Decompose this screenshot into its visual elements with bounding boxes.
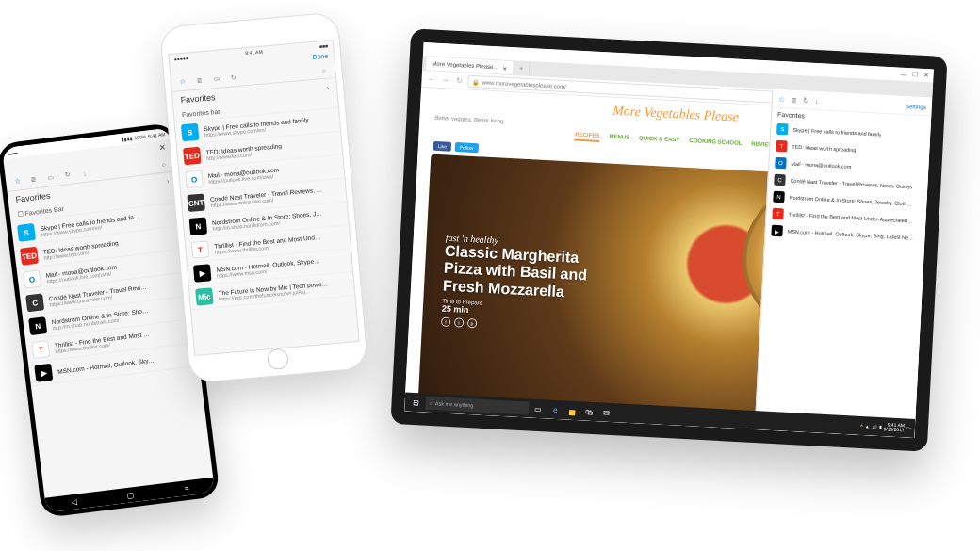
- favorite-favicon: N: [189, 217, 208, 235]
- cortana-icon: ○: [429, 400, 433, 406]
- home-button[interactable]: ▢: [126, 491, 135, 500]
- favorites-flyout: ☆ ≣ ↻ ↓ Settings Favorites SSkype | Free…: [755, 91, 933, 438]
- battery-icon: ■■■: [319, 42, 329, 49]
- flyout-favorites-list: SSkype | Free calls to friends and famil…: [765, 121, 930, 248]
- favorite-favicon: TED: [20, 247, 39, 266]
- back-button[interactable]: ◁: [71, 497, 77, 507]
- favorite-favicon: O: [185, 170, 204, 189]
- nav-menus[interactable]: MENUS: [609, 134, 629, 144]
- status-left: ▬▬: [8, 149, 18, 155]
- facebook-icon[interactable]: f: [441, 317, 451, 328]
- carrier-dots: ●●●●●: [174, 55, 189, 61]
- reading-list-icon[interactable]: ≣: [791, 96, 797, 105]
- done-button[interactable]: Done: [312, 53, 328, 60]
- search-icon[interactable]: ⌕: [318, 63, 330, 75]
- favorites-tab-icon[interactable]: ☆: [11, 175, 24, 187]
- close-button[interactable]: ✕: [923, 72, 929, 79]
- store-button[interactable]: 🛍: [581, 403, 597, 419]
- iphone-frame: ●●●●● 9:41 AM ■■■ Done ☆ ≣ ▭ ↻ ⌕ Favorit…: [159, 11, 368, 383]
- reload-button[interactable]: ↻: [453, 76, 465, 86]
- favorite-title: Mail - mona@outlook.com: [791, 161, 851, 170]
- favorite-title: Nordstrom Online & In Store: Shoes, Jewe…: [789, 195, 912, 207]
- favorite-favicon: S: [17, 223, 36, 242]
- favorite-favicon: T: [772, 208, 784, 220]
- favorite-favicon: ▶: [193, 264, 212, 283]
- tray-chevron-icon[interactable]: ^: [860, 423, 863, 429]
- iphone-screen: ●●●●● 9:41 AM ■■■ Done ☆ ≣ ▭ ↻ ⌕ Favorit…: [168, 40, 359, 356]
- url-text: www.morevegetablesplease.com/: [482, 79, 566, 89]
- favorite-favicon: T: [776, 140, 788, 153]
- favorite-title: Condé Nast Traveler - Travel Reviews, Ne…: [790, 178, 912, 190]
- history-icon[interactable]: ↻: [803, 96, 809, 105]
- follow-button[interactable]: Follow: [455, 142, 479, 153]
- nav-quick[interactable]: QUICK & EASY: [639, 135, 680, 146]
- new-tab-button[interactable]: +: [514, 61, 530, 75]
- favorite-favicon: TED: [183, 147, 202, 166]
- maximize-button[interactable]: ☐: [912, 71, 918, 78]
- favorite-favicon: ▶: [771, 225, 783, 237]
- favorite-title: Thrillist - Find the Best and Most Under…: [788, 212, 912, 224]
- favorite-favicon: CNT: [187, 194, 205, 213]
- start-button[interactable]: ⊞: [408, 395, 424, 411]
- favorites-header-label: Favorites: [15, 191, 51, 204]
- battery-icon[interactable]: ▮: [879, 424, 882, 429]
- mail-button[interactable]: ✉: [598, 404, 614, 420]
- lock-icon: 🔒: [472, 78, 479, 85]
- chevron-right-icon: ›: [166, 177, 170, 186]
- wifi-icon[interactable]: ▲: [865, 423, 870, 429]
- favorite-favicon: C: [774, 174, 786, 186]
- status-time: 9:41 AM: [148, 131, 166, 138]
- back-button[interactable]: ←: [425, 74, 436, 84]
- books-icon[interactable]: ▭: [44, 171, 57, 184]
- favorites-list: SSkype | Free calls to friends and fa…ht…: [11, 203, 200, 387]
- task-view-button[interactable]: ▭: [531, 401, 547, 417]
- tab-close-icon[interactable]: ✕: [502, 64, 507, 71]
- history-icon[interactable]: ↻: [61, 169, 74, 181]
- favorite-favicon: ▶: [34, 364, 53, 382]
- settings-link[interactable]: Settings: [906, 103, 926, 109]
- books-icon[interactable]: ▭: [210, 73, 222, 85]
- downloads-icon[interactable]: ↓: [78, 167, 90, 179]
- battery-text: 100%: [134, 134, 146, 141]
- favorite-favicon: T: [31, 340, 50, 359]
- chevron-right-icon: ›: [326, 83, 329, 91]
- pinterest-icon[interactable]: p: [467, 318, 478, 329]
- favorite-favicon: N: [773, 191, 785, 203]
- favorite-favicon: Mic: [195, 287, 214, 306]
- favorite-title: TED: Ideas worth spreading: [792, 144, 856, 154]
- cortana-search[interactable]: ○ Ask me anything: [425, 397, 530, 415]
- favorites-tab-icon[interactable]: ☆: [176, 76, 188, 89]
- home-button[interactable]: [267, 348, 289, 370]
- edge-button[interactable]: e: [547, 402, 564, 418]
- clock-date[interactable]: 9:41 AM 6/18/2017: [883, 422, 905, 432]
- like-button[interactable]: Like: [433, 141, 452, 152]
- favorite-favicon: O: [23, 270, 41, 289]
- recent-button[interactable]: =: [184, 483, 189, 493]
- minimize-button[interactable]: —: [900, 71, 906, 77]
- tablet-screen: — ☐ ✕ More Vegetables Please… ✕ + ← → ↻ …: [404, 42, 934, 438]
- reading-list-icon[interactable]: ≣: [193, 74, 205, 87]
- nav-recipes[interactable]: RECIPES: [575, 132, 600, 142]
- search-icon[interactable]: ⌕: [156, 157, 169, 170]
- forward-button[interactable]: →: [439, 75, 450, 85]
- search-placeholder: Ask me anything: [435, 400, 474, 408]
- nav-school[interactable]: COOKING SCHOOL: [689, 138, 742, 150]
- favorite-title: MSN.com - Hotmail, Outlook, Skype, Bing,…: [788, 229, 914, 241]
- favorite-favicon: S: [776, 123, 789, 136]
- action-center-icon[interactable]: ▭: [906, 425, 911, 430]
- signal-icon: ▮▮▮▮: [121, 135, 133, 141]
- file-explorer-button[interactable]: ▅: [564, 402, 580, 418]
- history-icon[interactable]: ↻: [227, 72, 239, 84]
- reading-list-icon[interactable]: ≣: [28, 173, 41, 186]
- volume-icon[interactable]: 🔊: [872, 424, 877, 429]
- downloads-icon[interactable]: ↓: [815, 97, 819, 105]
- twitter-icon[interactable]: t: [454, 317, 465, 328]
- android-nav-bar: ◁ ▢ =: [44, 478, 215, 513]
- favorites-tab-icon[interactable]: ☆: [778, 95, 785, 104]
- favorite-favicon: O: [775, 157, 787, 170]
- favorite-favicon: S: [181, 123, 200, 142]
- close-icon[interactable]: ✕: [158, 142, 167, 153]
- favorites-list: SSkype | Free calls to friends and famil…: [175, 108, 355, 310]
- status-time: 9:41 AM: [245, 49, 263, 57]
- favorite-favicon: C: [25, 293, 44, 312]
